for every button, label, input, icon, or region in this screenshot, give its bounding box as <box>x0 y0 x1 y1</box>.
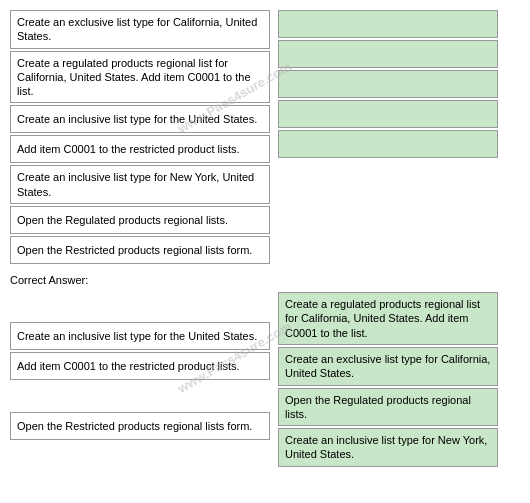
q-item-5[interactable]: Create an inclusive list type for New Yo… <box>10 165 270 204</box>
question-left-column: Create an exclusive list type for Califo… <box>10 10 270 264</box>
answer-section: Create an inclusive list type for the Un… <box>10 292 520 467</box>
a-left-item-2[interactable]: Create an inclusive list type for the Un… <box>10 322 270 350</box>
a-right-item-3[interactable]: Open the Regulated products regional lis… <box>278 388 498 427</box>
a-right-item-1[interactable]: Create a regulated products regional lis… <box>278 292 498 345</box>
q-item-1[interactable]: Create an exclusive list type for Califo… <box>10 10 270 49</box>
a-left-item-3[interactable]: Add item C0001 to the restricted product… <box>10 352 270 380</box>
answer-left-column: Create an inclusive list type for the Un… <box>10 292 270 467</box>
q-drop-4[interactable] <box>278 100 498 128</box>
a-left-item-5[interactable]: Open the Restricted products regional li… <box>10 412 270 440</box>
q-item-3[interactable]: Create an inclusive list type for the Un… <box>10 105 270 133</box>
answer-left-spacer-2 <box>10 382 270 410</box>
q-drop-2[interactable] <box>278 40 498 68</box>
a-right-item-4[interactable]: Create an inclusive list type for New Yo… <box>278 428 498 467</box>
q-drop-3[interactable] <box>278 70 498 98</box>
q-drop-5[interactable] <box>278 130 498 158</box>
q-item-6[interactable]: Open the Regulated products regional lis… <box>10 206 270 234</box>
q-item-4[interactable]: Add item C0001 to the restricted product… <box>10 135 270 163</box>
question-section: Create an exclusive list type for Califo… <box>10 10 520 264</box>
answer-left-spacer-1 <box>10 292 270 320</box>
q-drop-1[interactable] <box>278 10 498 38</box>
question-right-column <box>278 10 498 264</box>
correct-answer-label: Correct Answer: <box>10 274 520 286</box>
answer-right-column: Create a regulated products regional lis… <box>278 292 498 467</box>
a-right-item-2[interactable]: Create an exclusive list type for Califo… <box>278 347 498 386</box>
q-item-2[interactable]: Create a regulated products regional lis… <box>10 51 270 104</box>
q-item-7[interactable]: Open the Restricted products regional li… <box>10 236 270 264</box>
